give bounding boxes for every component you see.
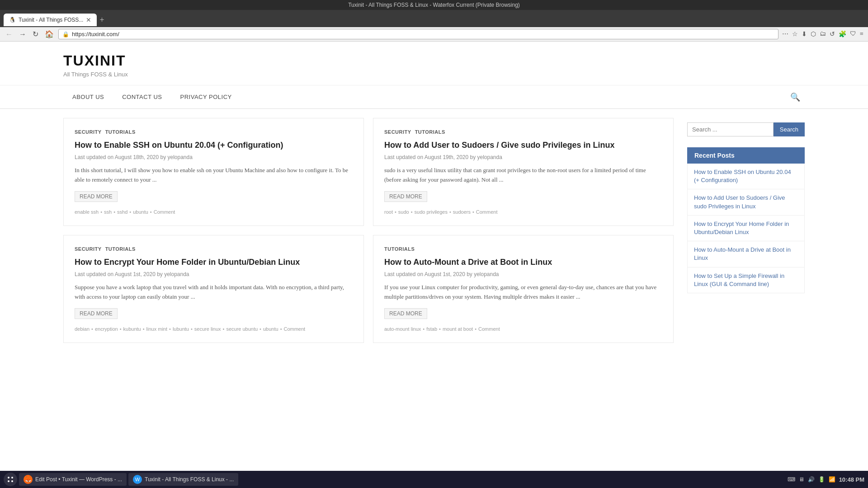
tag[interactable]: Comment [476,209,498,215]
post-3-excerpt: Suppose you have a work laptop that you … [75,283,353,302]
new-tab-button[interactable]: + [99,15,104,25]
tag[interactable]: Comment [478,326,500,332]
browser-tab-active[interactable]: 🐧 Tuxinit - All Things FOSS... ✕ [4,14,97,26]
recent-post-item-2[interactable]: How to Add User to Sudoers / Give sudo P… [688,189,804,215]
post-3-read-more[interactable]: READ MORE [75,308,118,319]
url-text: https://tuxinit.com/ [72,31,774,38]
tag[interactable]: sudo [398,209,409,215]
sync-icon[interactable]: ⬡ [810,29,817,39]
reload-button[interactable]: ↻ [31,29,40,39]
post-1-meta: Last updated on August 18th, 2020 by yel… [75,154,353,160]
post-4-tags: auto-mount linux• fstab• mount at boot• … [384,326,662,332]
bookmark-icon[interactable]: ☆ [791,29,799,39]
post-2-title[interactable]: How to Add User to Sudoers / Give sudo P… [384,140,662,150]
forward-button[interactable]: → [17,29,28,39]
tag[interactable]: Comment [283,326,305,332]
post-4-read-more[interactable]: READ MORE [384,308,427,319]
post-1-read-more[interactable]: READ MORE [75,191,118,202]
post-1-tags: enable ssh• ssh• sshd• ubuntu• Comment [75,209,353,215]
tag[interactable]: linux mint [146,326,167,332]
site-title[interactable]: TUXINIT [63,52,126,69]
customize-icon[interactable]: ⋯ [781,29,789,39]
post-3-categories: SECURITY TUTORIALS [75,246,353,252]
address-bar[interactable]: 🔒 https://tuxinit.com/ [58,29,778,39]
post-card-2: SECURITY TUTORIALS How to Add User to Su… [373,118,674,226]
post-2-cat-tutorials[interactable]: TUTORIALS [415,129,445,135]
post-4-cat-tutorials[interactable]: TUTORIALS [384,246,415,252]
recent-posts-list: How to Enable SSH on Ubuntu 20.04 (+ Con… [687,164,805,293]
page-content: TUXINIT All Things FOSS & Linux ABOUT US… [0,42,868,448]
search-box: Search [687,122,805,136]
post-1-excerpt: In this short tutorial, I will show you … [75,166,353,185]
tag[interactable]: sshd [117,209,127,215]
tag[interactable]: encryption [95,326,118,332]
browser-titlebar: Tuxinit - All Things FOSS & Linux - Wate… [0,0,868,10]
nav-contact-us[interactable]: CONTACT US [113,85,171,108]
post-3-cat-security[interactable]: SECURITY [75,246,102,252]
tag[interactable]: secure ubuntu [226,326,258,332]
tab-favicon: 🐧 [9,17,16,23]
post-2-read-more[interactable]: READ MORE [384,191,427,202]
browser-tabbar: 🐧 Tuxinit - All Things FOSS... ✕ + [0,10,868,27]
site-tagline: All Things FOSS & Linux [63,71,805,78]
download-icon[interactable]: ⬇ [801,29,808,39]
post-card-4: TUTORIALS How to Auto-Mount a Drive at B… [373,235,674,343]
refresh-icon[interactable]: ↺ [829,29,836,39]
post-2-cat-security[interactable]: SECURITY [384,129,411,135]
tag[interactable]: ssh [104,209,112,215]
post-1-cat-security[interactable]: SECURITY [75,129,102,135]
tag[interactable]: auto-mount linux [384,326,421,332]
recent-post-item-4[interactable]: How to Auto-Mount a Drive at Boot in Lin… [688,241,804,267]
tag[interactable]: root [384,209,393,215]
home-button[interactable]: 🏠 [43,29,56,39]
recent-post-item-3[interactable]: How to Encrypt Your Home Folder in Ubunt… [688,216,804,241]
nav-privacy-policy[interactable]: PRIVACY POLICY [171,85,241,108]
nav-search-icon[interactable]: 🔍 [786,88,805,107]
search-input[interactable] [687,122,774,136]
tag[interactable]: secure linux [194,326,221,332]
post-1-title[interactable]: How to Enable SSH on Ubuntu 20.04 (+ Con… [75,140,353,150]
search-button[interactable]: Search [774,122,805,136]
tab-title: Tuxinit - All Things FOSS... [19,17,83,23]
site-nav: ABOUT US CONTACT US PRIVACY POLICY 🔍 [0,85,868,109]
menu-icon[interactable]: ≡ [859,29,864,39]
post-4-title[interactable]: How to Auto-Mount a Drive at Boot in Lin… [384,257,662,267]
post-3-cat-tutorials[interactable]: TUTORIALS [105,246,136,252]
post-1-categories: SECURITY TUTORIALS [75,129,353,135]
post-2-categories: SECURITY TUTORIALS [384,129,662,135]
recent-posts-widget-title: Recent Posts [687,147,805,164]
tag[interactable]: kubuntu [123,326,141,332]
toolbar-actions: ⋯ ☆ ⬇ ⬡ 🗂 ↺ 🧩 🛡 ≡ [781,29,864,39]
titlebar-text: Tuxinit - All Things FOSS & Linux - Wate… [348,2,520,8]
back-button[interactable]: ← [4,29,14,39]
post-1-cat-tutorials[interactable]: TUTORIALS [105,129,136,135]
tag[interactable]: Comment [154,209,175,215]
tag[interactable]: enable ssh [75,209,99,215]
tag[interactable]: fstab [426,326,437,332]
main-layout: SECURITY TUTORIALS How to Enable SSH on … [0,109,868,352]
lock-icon: 🔒 [62,31,69,38]
post-3-meta: Last updated on August 1st, 2020 by yelo… [75,271,353,277]
post-2-tags: root• sudo• sudo privileges• sudoers• Co… [384,209,662,215]
tab-close-button[interactable]: ✕ [86,16,91,23]
posts-area: SECURITY TUTORIALS How to Enable SSH on … [63,118,674,343]
shield-icon[interactable]: 🛡 [849,29,857,39]
post-3-title[interactable]: How to Encrypt Your Home Folder in Ubunt… [75,257,353,267]
tag[interactable]: ubuntu [133,209,148,215]
tag[interactable]: ubuntu [263,326,278,332]
tag[interactable]: lubuntu [173,326,189,332]
posts-grid: SECURITY TUTORIALS How to Enable SSH on … [63,118,674,343]
search-widget: Search [687,118,805,136]
nav-about-us[interactable]: ABOUT US [63,85,113,108]
post-2-meta: Last updated on August 19th, 2020 by yel… [384,154,662,160]
post-4-excerpt: If you use your Linux computer for produ… [384,283,662,302]
recent-post-item-1[interactable]: How to Enable SSH on Ubuntu 20.04 (+ Con… [688,164,804,189]
recent-post-item-5[interactable]: How to Set Up a Simple Firewall in Linux… [688,267,804,293]
tag[interactable]: sudoers [453,209,471,215]
containers-icon[interactable]: 🗂 [819,29,827,39]
tag[interactable]: debian [75,326,90,332]
tag[interactable]: sudo privileges [415,209,448,215]
extensions-icon[interactable]: 🧩 [838,29,847,39]
tag[interactable]: mount at boot [443,326,473,332]
post-card-1: SECURITY TUTORIALS How to Enable SSH on … [63,118,364,226]
